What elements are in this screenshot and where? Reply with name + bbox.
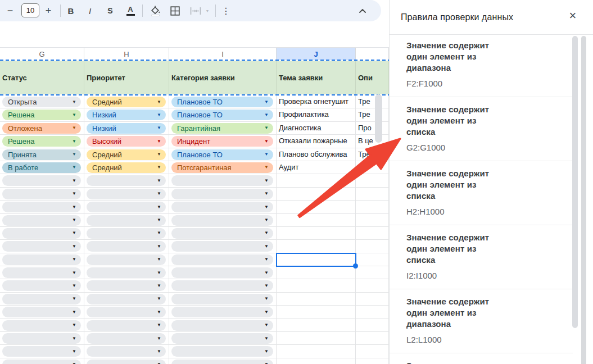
cell-category[interactable]: Потсгарантиная▼ [169, 161, 277, 174]
cell-subject[interactable] [277, 188, 356, 200]
empty-dropdown-chip[interactable]: ▼ [171, 267, 273, 278]
cell-priority[interactable]: ▼ [84, 201, 169, 213]
empty-dropdown-chip[interactable]: ▼ [87, 215, 166, 226]
empty-dropdown-chip[interactable]: ▼ [171, 320, 273, 331]
cell-category[interactable]: Плановое ТО▼ [169, 148, 277, 161]
cell-priority[interactable]: ▼ [84, 227, 169, 239]
more-options-button[interactable]: ⋮ [220, 0, 232, 21]
cell-subject[interactable]: Отказали пожарные [277, 135, 356, 147]
dropdown-chip[interactable]: Инцидент▼ [171, 136, 273, 147]
cell-status[interactable]: Решена▼ [0, 108, 84, 121]
cell-subject[interactable] [277, 306, 356, 318]
cell-status[interactable]: ▼ [0, 201, 84, 213]
column-header-J[interactable]: J [277, 48, 356, 60]
dropdown-chip[interactable]: Средний▼ [87, 162, 166, 173]
empty-dropdown-chip[interactable]: ▼ [171, 307, 273, 317]
cell-subject[interactable] [277, 345, 356, 357]
empty-dropdown-chip[interactable]: ▼ [2, 189, 81, 199]
cell-priority[interactable]: ▼ [84, 240, 169, 252]
dropdown-chip[interactable]: Средний▼ [87, 97, 166, 107]
cell-priority[interactable]: Средний▼ [84, 95, 169, 108]
font-size-input[interactable]: 10 [21, 3, 39, 17]
cell-category[interactable]: ▼ [169, 188, 277, 200]
empty-dropdown-chip[interactable]: ▼ [2, 320, 81, 331]
cell-category[interactable]: Гарантийная▼ [169, 122, 277, 134]
cell-priority[interactable]: ▼ [84, 319, 169, 331]
empty-dropdown-chip[interactable]: ▼ [87, 280, 166, 291]
cell-status[interactable]: ▼ [0, 174, 84, 186]
dropdown-chip[interactable]: Плановое ТО▼ [171, 97, 273, 107]
dropdown-chip[interactable]: Гарантийная▼ [171, 123, 273, 134]
cell-priority[interactable]: ▼ [84, 266, 169, 279]
empty-dropdown-chip[interactable]: ▼ [87, 202, 166, 212]
cell-description[interactable]: Тре [356, 148, 389, 161]
cell-status[interactable]: ▼ [0, 227, 84, 239]
dropdown-chip[interactable]: Низкий▼ [87, 110, 166, 120]
dropdown-chip[interactable]: Высокий▼ [87, 136, 166, 147]
cell-category[interactable]: ▼ [169, 358, 277, 364]
column-header-G[interactable]: G [0, 48, 84, 60]
cell-category[interactable]: Инцидент▼ [169, 135, 277, 147]
cell-priority[interactable]: ▼ [84, 332, 169, 344]
cell-status[interactable]: В работе▼ [0, 161, 84, 174]
cell-status[interactable]: ▼ [0, 293, 84, 305]
cell-status[interactable]: ▼ [0, 332, 84, 344]
cell-subject[interactable] [277, 266, 356, 279]
strikethrough-button[interactable]: S [103, 0, 117, 21]
empty-dropdown-chip[interactable]: ▼ [87, 241, 166, 252]
cell-status[interactable]: ▼ [0, 214, 84, 226]
cell-category[interactable]: ▼ [169, 253, 277, 266]
panel-scrollbar-thumb[interactable] [572, 36, 578, 328]
validation-rule-item[interactable]: Значение содержит один элемент из списка… [390, 225, 573, 289]
empty-dropdown-chip[interactable]: ▼ [2, 228, 81, 239]
cell-priority[interactable]: ▼ [84, 345, 169, 357]
cell-description[interactable] [356, 266, 389, 279]
cell-subject[interactable]: Проверка огнетушит [277, 95, 356, 108]
cell-description[interactable] [356, 174, 389, 186]
cell-status[interactable]: Принята▼ [0, 148, 84, 161]
dropdown-chip[interactable]: Потсгарантиная▼ [171, 162, 273, 173]
cell-priority[interactable]: Средний▼ [84, 161, 169, 174]
dropdown-chip[interactable]: Плановое ТО▼ [171, 110, 273, 120]
cell-subject[interactable] [277, 358, 356, 364]
text-color-button[interactable]: A [124, 0, 137, 21]
empty-dropdown-chip[interactable]: ▼ [87, 333, 166, 344]
cell-priority[interactable]: ▼ [84, 174, 169, 186]
dropdown-chip[interactable]: Решена▼ [2, 110, 81, 120]
window-scrollbar-thumb[interactable] [581, 36, 586, 364]
selected-cell[interactable] [276, 253, 356, 267]
cell-description[interactable] [356, 253, 389, 266]
cell-description[interactable] [356, 279, 389, 292]
cell-subject[interactable] [277, 227, 356, 239]
bold-button[interactable]: B [64, 0, 78, 21]
cell-category[interactable]: ▼ [169, 174, 277, 186]
cell-description[interactable]: Про [356, 122, 389, 134]
empty-dropdown-chip[interactable]: ▼ [87, 320, 166, 331]
empty-dropdown-chip[interactable]: ▼ [171, 360, 273, 364]
fill-handle-dot[interactable] [353, 263, 358, 269]
empty-dropdown-chip[interactable]: ▼ [2, 254, 81, 265]
cell-subject[interactable]: Диагностика [277, 122, 356, 134]
cell-status[interactable]: ▼ [0, 306, 84, 318]
cell-subject[interactable]: Профилактика [277, 108, 356, 121]
cell-priority[interactable]: ▼ [84, 279, 169, 292]
cell-subject[interactable] [277, 201, 356, 213]
validation-rule-item[interactable]: Значение содержит один элемент из списка… [390, 161, 573, 225]
cell-description[interactable] [356, 293, 389, 305]
cell-status[interactable]: Открыта▼ [0, 95, 84, 108]
cell-priority[interactable]: ▼ [84, 214, 169, 226]
cell-category[interactable]: ▼ [169, 279, 277, 292]
cell-subject[interactable] [277, 293, 356, 305]
cell-priority[interactable]: Низкий▼ [84, 122, 169, 134]
empty-dropdown-chip[interactable]: ▼ [171, 202, 273, 212]
dropdown-chip[interactable]: Открыта▼ [2, 97, 81, 107]
dropdown-chip[interactable]: Средний▼ [87, 149, 166, 160]
validation-rule-item[interactable]: Значение содержит [390, 353, 573, 364]
cell-status[interactable]: ▼ [0, 319, 84, 331]
empty-dropdown-chip[interactable]: ▼ [2, 333, 81, 344]
empty-dropdown-chip[interactable]: ▼ [171, 294, 273, 304]
cell-subject[interactable] [277, 214, 356, 226]
empty-dropdown-chip[interactable]: ▼ [2, 215, 81, 226]
cell-description[interactable] [356, 306, 389, 318]
cell-category[interactable]: Плановое ТО▼ [169, 108, 277, 121]
